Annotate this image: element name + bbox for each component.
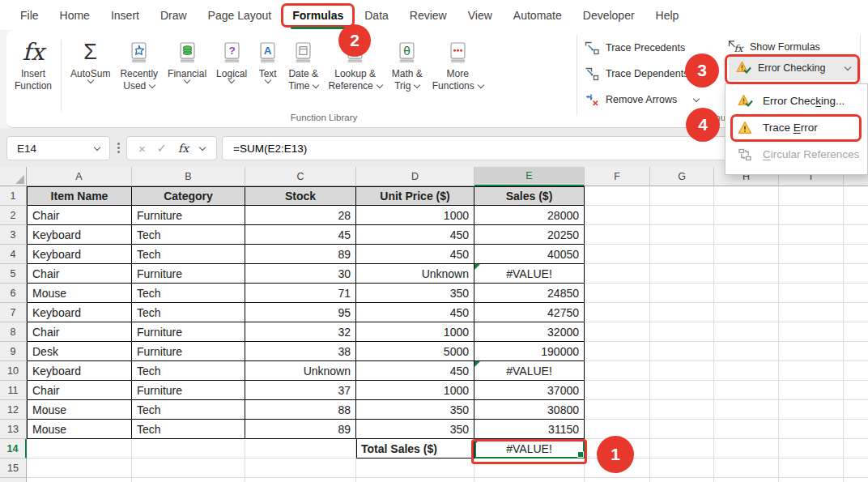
cell-B12[interactable]: Tech <box>132 400 245 420</box>
cell-C1[interactable]: Stock <box>245 186 356 206</box>
cell-E8[interactable]: 32000 <box>474 322 585 342</box>
column-header-F[interactable]: F <box>585 167 650 186</box>
cell-J7[interactable] <box>844 303 868 322</box>
cell-A8[interactable]: Chair <box>27 322 132 342</box>
cell-A16[interactable] <box>27 478 132 482</box>
cell-F6[interactable] <box>585 284 650 303</box>
tab-draw[interactable]: Draw <box>150 0 198 30</box>
cell-I1[interactable] <box>779 186 844 206</box>
cell-H11[interactable] <box>714 381 779 400</box>
ribbon-button-math-trig[interactable]: θMath &Trig <box>387 33 428 92</box>
cell-D10[interactable]: 450 <box>356 361 474 381</box>
tab-developer[interactable]: Developer <box>572 0 645 30</box>
cell-C4[interactable]: 89 <box>245 245 356 264</box>
column-header-A[interactable]: A <box>27 167 132 186</box>
ribbon-button-remove-arrows[interactable]: Remove Arrows <box>583 89 699 110</box>
cell-I14[interactable] <box>779 439 844 459</box>
cell-B5[interactable]: Furniture <box>132 264 245 284</box>
cell-F8[interactable] <box>585 322 650 342</box>
row-header-9[interactable]: 9 <box>0 342 27 361</box>
cell-A2[interactable]: Chair <box>27 206 132 225</box>
cell-A13[interactable]: Mouse <box>27 420 132 439</box>
cell-B10[interactable]: Tech <box>132 361 245 381</box>
row-header-14[interactable]: 14 <box>0 439 27 459</box>
cell-G2[interactable] <box>650 206 714 225</box>
cell-H4[interactable] <box>714 245 779 264</box>
cell-G1[interactable] <box>650 186 714 206</box>
cell-E1[interactable]: Sales ($) <box>474 186 585 206</box>
cell-J10[interactable] <box>844 361 868 381</box>
cell-C10[interactable]: Unknown <box>245 361 356 381</box>
cell-F2[interactable] <box>585 206 650 225</box>
cell-H9[interactable] <box>714 342 779 361</box>
cell-H5[interactable] <box>714 264 779 284</box>
cell-G15[interactable] <box>650 459 714 478</box>
cell-B14[interactable] <box>132 439 245 459</box>
menu-item-error-checking[interactable]: Error Checking... <box>725 87 867 114</box>
cell-H1[interactable] <box>714 186 779 206</box>
cell-D1[interactable]: Unit Price ($) <box>356 186 474 206</box>
cell-J6[interactable] <box>844 284 868 303</box>
cell-E6[interactable]: 24850 <box>474 284 585 303</box>
cell-E2[interactable]: 28000 <box>474 206 585 225</box>
row-header-6[interactable]: 6 <box>0 284 27 303</box>
cell-A1[interactable]: Item Name <box>27 186 132 206</box>
cell-I4[interactable] <box>779 245 844 264</box>
cell-B8[interactable]: Furniture <box>132 322 245 342</box>
ribbon-button-trace-dependents[interactable]: Trace Dependents <box>583 63 688 84</box>
row-header-2[interactable]: 2 <box>0 206 27 225</box>
cell-G8[interactable] <box>650 322 714 342</box>
cell-B11[interactable]: Furniture <box>132 381 245 400</box>
cell-C2[interactable]: 28 <box>245 206 356 225</box>
cell-D13[interactable]: 350 <box>356 420 474 439</box>
cell-A15[interactable] <box>27 459 132 478</box>
cell-B13[interactable]: Tech <box>132 420 245 439</box>
row-header-8[interactable]: 8 <box>0 322 27 342</box>
cell-C12[interactable]: 88 <box>245 400 356 420</box>
cell-J5[interactable] <box>844 264 868 284</box>
cell-G6[interactable] <box>650 284 714 303</box>
cell-H2[interactable] <box>714 206 779 225</box>
cell-A12[interactable]: Mouse <box>27 400 132 420</box>
cell-C7[interactable]: 95 <box>245 303 356 322</box>
menu-item-trace-error[interactable]: Trace Error <box>725 114 867 141</box>
cell-F16[interactable] <box>585 478 650 482</box>
cell-I7[interactable] <box>779 303 844 322</box>
cell-I9[interactable] <box>779 342 844 361</box>
row-header-13[interactable]: 13 <box>0 420 27 439</box>
cell-E9[interactable]: 190000 <box>474 342 585 361</box>
ribbon-button-more-functions[interactable]: MoreFunctions <box>428 33 488 92</box>
cell-C13[interactable]: 89 <box>245 420 356 439</box>
cell-D15[interactable] <box>356 459 474 478</box>
cell-H14[interactable] <box>714 439 779 459</box>
column-header-B[interactable]: B <box>132 167 245 186</box>
cell-J11[interactable] <box>844 381 868 400</box>
cell-H3[interactable] <box>714 225 779 245</box>
cell-J1[interactable] <box>844 186 868 206</box>
cell-A4[interactable]: Keyboard <box>27 245 132 264</box>
ribbon-button-insert-function[interactable]: fxInsertFunction <box>10 33 57 92</box>
cell-E7[interactable]: 42750 <box>474 303 585 322</box>
ribbon-button-autosum[interactable]: ΣAutoSum <box>66 33 115 83</box>
cell-E10[interactable]: #VALUE! <box>474 361 585 381</box>
column-header-G[interactable]: G <box>650 167 714 186</box>
cell-F3[interactable] <box>585 225 650 245</box>
cell-J2[interactable] <box>844 206 868 225</box>
cell-G7[interactable] <box>650 303 714 322</box>
cell-G11[interactable] <box>650 381 714 400</box>
column-header-C[interactable]: C <box>245 167 356 186</box>
ribbon-button-financial[interactable]: Financial <box>163 33 211 83</box>
cell-J8[interactable] <box>844 322 868 342</box>
cell-D9[interactable]: 5000 <box>356 342 474 361</box>
row-header-5[interactable]: 5 <box>0 264 27 284</box>
cell-I8[interactable] <box>779 322 844 342</box>
cell-A10[interactable]: Keyboard <box>27 361 132 381</box>
cell-F4[interactable] <box>585 245 650 264</box>
cell-G14[interactable] <box>650 439 714 459</box>
cell-C14[interactable] <box>245 439 356 459</box>
cell-D7[interactable]: 450 <box>356 303 474 322</box>
cell-J3[interactable] <box>844 225 868 245</box>
cell-E13[interactable]: 31150 <box>474 420 585 439</box>
ribbon-button-error-checking[interactable]: Error Checking <box>729 56 858 80</box>
insert-function-icon[interactable]: fx <box>178 142 189 155</box>
